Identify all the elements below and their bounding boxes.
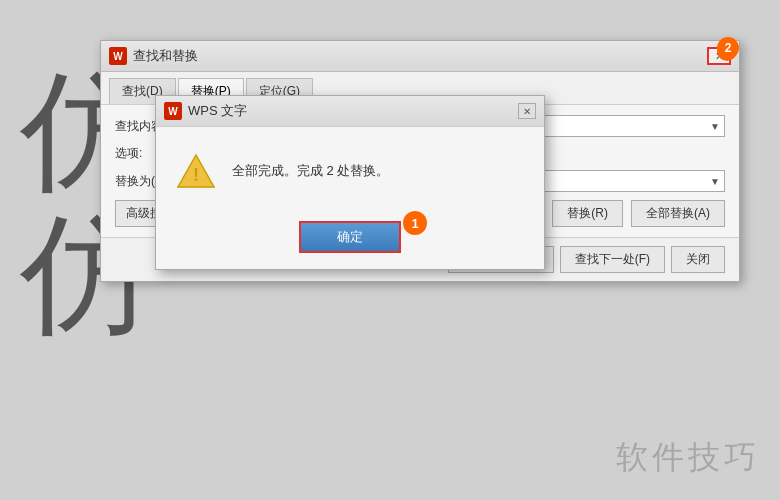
confirm-button[interactable]: 确定 xyxy=(299,221,401,253)
find-next-button[interactable]: 查找下一处(F) xyxy=(560,246,665,273)
wps-msg-title-left: W WPS 文字 xyxy=(164,102,247,120)
title-left: W 查找和替换 xyxy=(109,47,198,65)
find-replace-titlebar: W 查找和替换 ✕ 2 xyxy=(101,41,739,72)
wps-message-dialog: W WPS 文字 ✕ ! 全部完成。完成 2 处替换。 确定 1 xyxy=(155,95,545,270)
wps-close-x-icon: ✕ xyxy=(523,106,531,117)
wps-msg-text: 全部完成。完成 2 处替换。 xyxy=(232,162,389,180)
wps-logo-icon: W xyxy=(109,47,127,65)
wps-msg-logo-icon: W xyxy=(164,102,182,120)
close-button[interactable]: 关闭 xyxy=(671,246,725,273)
dialog-title: 查找和替换 xyxy=(133,47,198,65)
wps-msg-close-button[interactable]: ✕ xyxy=(518,103,536,119)
watermark-text: 软件技巧 xyxy=(616,436,760,480)
wps-msg-title: WPS 文字 xyxy=(188,102,247,120)
step-2-badge: 2 xyxy=(717,37,739,59)
warning-icon: ! xyxy=(176,151,216,191)
replace-button[interactable]: 替换(R) xyxy=(552,200,623,227)
svg-text:!: ! xyxy=(193,165,199,185)
wps-msg-content: ! 全部完成。完成 2 处替换。 xyxy=(156,127,544,211)
replace-dropdown-arrow-icon: ▼ xyxy=(710,176,720,187)
search-dropdown-arrow-icon: ▼ xyxy=(710,121,720,132)
confirm-btn-wrapper: 确定 1 xyxy=(299,221,401,253)
wps-msg-titlebar: W WPS 文字 ✕ xyxy=(156,96,544,127)
wps-msg-footer: 确定 1 xyxy=(156,211,544,269)
step-1-badge: 1 xyxy=(403,211,427,235)
replace-all-button[interactable]: 全部替换(A) xyxy=(631,200,725,227)
